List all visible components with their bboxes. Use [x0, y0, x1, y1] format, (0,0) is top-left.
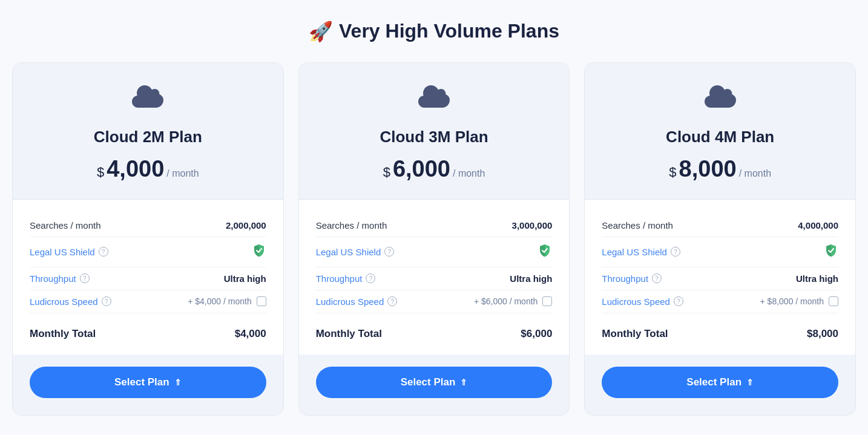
select-plan-button-cloud-2m[interactable]: Select Plan ⇑: [30, 367, 266, 398]
shield-check-icon: [538, 243, 552, 261]
plan-features-cloud-4m: Searches / month 4,000,000 Legal US Shie…: [585, 200, 855, 355]
searches-row: Searches / month 3,000,000: [316, 214, 553, 237]
ludicrous-row: Ludicrous Speed ? + $6,000 / month: [316, 290, 553, 313]
legal-shield-row: Legal US Shield ?: [316, 237, 553, 267]
legal-shield-row: Legal US Shield ?: [30, 237, 266, 267]
plan-name-cloud-3m: Cloud 3M Plan: [380, 128, 488, 146]
plan-card-cloud-4m: Cloud 4M Plan $ 8,000 / month Searches /…: [584, 62, 856, 416]
page-title: 🚀 Very High Volume Plans: [309, 20, 559, 43]
ludicrous-checkbox[interactable]: [829, 296, 838, 306]
throughput-row: Throughput ? Ultra high: [602, 267, 838, 290]
cloud-icon-cloud-4m: [703, 85, 737, 118]
rocket-icon: 🚀: [309, 20, 333, 43]
select-plan-button-cloud-3m[interactable]: Select Plan ⇑: [316, 367, 553, 398]
legal-shield-help-icon[interactable]: ?: [671, 247, 680, 257]
ludicrous-row: Ludicrous Speed ? + $4,000 / month: [30, 290, 266, 313]
cloud-icon-cloud-2m: [131, 85, 165, 118]
ludicrous-help-icon[interactable]: ?: [102, 296, 111, 306]
monthly-total-value: $4,000: [235, 328, 266, 340]
monthly-total-label: Monthly Total: [30, 328, 96, 340]
chevron-up-double-icon: ⇑: [460, 378, 467, 387]
plan-name-cloud-2m: Cloud 2M Plan: [94, 128, 202, 146]
throughput-help-icon[interactable]: ?: [366, 273, 375, 283]
monthly-total-row: Monthly Total $8,000: [602, 318, 838, 340]
ludicrous-help-icon[interactable]: ?: [674, 296, 683, 306]
select-plan-button-cloud-4m[interactable]: Select Plan ⇑: [602, 367, 838, 398]
plan-name-cloud-4m: Cloud 4M Plan: [666, 128, 774, 146]
ludicrous-help-icon[interactable]: ?: [387, 296, 397, 306]
shield-check-icon: [824, 243, 838, 261]
plan-price-cloud-4m: $ 8,000 / month: [669, 156, 771, 182]
plan-card-cloud-2m: Cloud 2M Plan $ 4,000 / month Searches /…: [12, 62, 284, 416]
monthly-total-row: Monthly Total $6,000: [316, 318, 553, 340]
throughput-row: Throughput ? Ultra high: [316, 267, 553, 290]
plan-features-cloud-2m: Searches / month 2,000,000 Legal US Shie…: [13, 200, 283, 355]
plan-features-cloud-3m: Searches / month 3,000,000 Legal US Shie…: [299, 200, 570, 355]
chevron-up-double-icon: ⇑: [746, 378, 754, 387]
plan-header-cloud-3m: Cloud 3M Plan $ 6,000 / month: [299, 63, 570, 200]
cloud-icon-cloud-3m: [417, 85, 451, 118]
shield-check-icon: [252, 243, 266, 261]
plan-header-cloud-2m: Cloud 2M Plan $ 4,000 / month: [13, 63, 283, 200]
searches-row: Searches / month 2,000,000: [30, 214, 266, 237]
monthly-total-label: Monthly Total: [602, 328, 668, 340]
monthly-total-row: Monthly Total $4,000: [30, 318, 266, 340]
ludicrous-checkbox[interactable]: [542, 296, 552, 306]
plan-card-cloud-3m: Cloud 3M Plan $ 6,000 / month Searches /…: [298, 62, 570, 416]
monthly-total-label: Monthly Total: [316, 328, 382, 340]
ludicrous-row: Ludicrous Speed ? + $8,000 / month: [602, 290, 838, 313]
throughput-help-icon[interactable]: ?: [80, 273, 90, 283]
legal-shield-row: Legal US Shield ?: [602, 237, 838, 267]
throughput-help-icon[interactable]: ?: [652, 273, 662, 283]
plan-header-cloud-4m: Cloud 4M Plan $ 8,000 / month: [585, 63, 855, 200]
ludicrous-checkbox[interactable]: [257, 296, 266, 306]
plans-container: Cloud 2M Plan $ 4,000 / month Searches /…: [12, 62, 856, 416]
monthly-total-value: $6,000: [521, 328, 552, 340]
plan-price-cloud-3m: $ 6,000 / month: [383, 156, 485, 182]
searches-row: Searches / month 4,000,000: [602, 214, 838, 237]
throughput-row: Throughput ? Ultra high: [30, 267, 266, 290]
chevron-up-double-icon: ⇑: [174, 378, 182, 387]
plan-price-cloud-2m: $ 4,000 / month: [97, 156, 199, 182]
monthly-total-value: $8,000: [807, 328, 838, 340]
legal-shield-help-icon[interactable]: ?: [99, 247, 108, 257]
legal-shield-help-icon[interactable]: ?: [384, 247, 394, 257]
